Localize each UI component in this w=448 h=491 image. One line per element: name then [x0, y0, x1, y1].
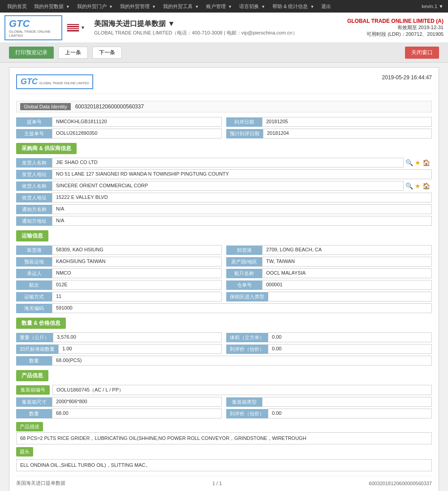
nav-foreign-data[interactable]: 我的外贸数据 ▼: [31, 1, 73, 12]
container-size-row: 集装箱尺寸 2000*806*800 集装箱类型: [16, 397, 432, 407]
nav-logout[interactable]: 退出: [319, 1, 334, 12]
head-label: 题头: [16, 447, 33, 457]
section-transport: 运输信息: [16, 230, 432, 241]
next-button-top[interactable]: 下一条: [92, 47, 122, 59]
product-qty-value: 68.00: [52, 409, 222, 418]
estimated-date-value: 20181204: [263, 129, 432, 138]
global-data-row: Global Data Identity 6003201812060000056…: [16, 101, 432, 112]
vessel-name-value: OOCL MALAYSIA: [262, 268, 432, 278]
notify-addr-row: 通知方地址 N/A: [16, 216, 432, 226]
std-box-row: 20尺标准箱数量 1.00 到岸价（估价） 0.00: [16, 344, 432, 354]
product-qty-label: 数量: [16, 409, 52, 418]
flag-selector[interactable]: ▼: [67, 24, 85, 32]
card-footer: 美国海关进口提单数据 1 / 1 60032018120600000560337: [16, 476, 432, 487]
nav-language[interactable]: 语言切换 ▼: [237, 1, 268, 12]
shipper-name-row: 发货人名称 JIE SHAO CO LTD 🔍 ★ 🏠: [16, 158, 432, 168]
transport-mode-value: 11: [52, 292, 222, 301]
transport-mode-label: 运输方式: [16, 292, 52, 301]
weight-value: 3,576.00: [53, 332, 222, 342]
voyage-row: 航次 012E 仓单号 000001: [16, 280, 432, 290]
carrier-row: 承运人 NMCO 船只名称 OOCL MALAYSIA: [16, 268, 432, 278]
main-content: GTC GLOBAL TRADE ONLINE LIMITED 2019-05-…: [0, 63, 448, 491]
shipper-addr-value: NO 51 LANE 127 SIANGNEI RD WANDA N TOWNS…: [52, 169, 432, 179]
product-price-value: 0.00: [268, 409, 432, 418]
nav-foreign-portal[interactable]: 我的外贸门户 ▼: [74, 1, 116, 12]
home-icon[interactable]: 🏠: [422, 159, 430, 166]
consignee-addr-value: 15222 E VALLEY BLVD: [52, 193, 432, 202]
product-desc-container: 产品描述 68 PCS=2 PLTS RICE GRIDER，LUBRICATI…: [16, 420, 432, 444]
notify-addr-label: 通知方地址: [16, 216, 52, 226]
arrival-price-cell: 到岸价（估价） 0.00: [226, 344, 432, 354]
quantity-label: 数量: [16, 356, 52, 366]
nav-foreign-mgmt[interactable]: 我的外贸管理 ▼: [117, 1, 159, 12]
volume-value: 0.00: [268, 332, 432, 342]
nav-account[interactable]: 账户管理 ▼: [203, 1, 235, 12]
card-logo: GTC GLOBAL TRADE ONLINE LIMITED: [16, 74, 93, 89]
nav-help[interactable]: 帮助 & 统计信息 ▼: [270, 1, 317, 12]
container-no-value: OOLU1860745（AC / L / PP）: [52, 385, 432, 395]
pre-transport-label: 预装运地: [16, 257, 52, 267]
head-container: 题头 ELL ONDINA OIL.,SHELL TURBO OIL)，SLIT…: [16, 444, 432, 471]
card-datetime: 2019-05-29 16:44:47: [382, 74, 432, 81]
flag-arrow: ▼: [81, 25, 85, 30]
master-bill-label: 主提单号: [16, 129, 52, 138]
bonded-zone-cell: 保税区进入类型: [226, 292, 432, 301]
nav-foreign-tools[interactable]: 我的外贸工具 ▼: [160, 1, 202, 12]
star-icon-2[interactable]: ★: [415, 182, 421, 190]
pre-transport-row: 预装运地 KAOHSIUNG TAIWAN 原产国/地区 TW, TAIWAN: [16, 257, 432, 267]
section-product: 产品信息: [16, 370, 432, 381]
nav-home[interactable]: 我的首页: [4, 1, 30, 12]
container-type-label: 集装箱类型: [226, 397, 262, 407]
page-title: 美国海关进口提单数据 ▼: [94, 19, 347, 29]
prev-button-top[interactable]: 上一条: [58, 47, 88, 59]
head-value: ELL ONDINA OIL.,SHELL TURBO OIL)，SLITTIN…: [16, 459, 432, 471]
master-bill-row: 主提单号 OOLU2612890350 预计到岸日期 20181204: [16, 129, 432, 138]
section-supplier: 采购商 & 供应商信息: [16, 143, 432, 154]
card-header: GTC GLOBAL TRADE ONLINE LIMITED 2019-05-…: [16, 74, 432, 94]
logo-sub: GLOBAL TRADE ONLINE LIMITED: [9, 30, 58, 38]
pre-transport-cell: 预装运地 KAOHSIUNG TAIWAN: [16, 257, 222, 267]
voyage-label: 航次: [16, 280, 52, 290]
search-icon-2[interactable]: 🔍: [405, 182, 413, 190]
container-size-cell: 集装箱尺寸 2000*806*800: [16, 397, 222, 407]
voyage-cell: 航次 012E: [16, 280, 222, 290]
ports-row: 装货港 58309, KAO HSIUNG 卸货港 2709, LONG BEA…: [16, 245, 432, 255]
product-price-label: 到岸价（估价）: [226, 409, 268, 418]
valid-until: 有效期至 2019-12-31: [347, 24, 444, 31]
master-bill-value: OOLU2612890350: [52, 129, 222, 138]
container-type-cell: 集装箱类型: [226, 397, 432, 407]
top-action-bar: 打印预览记录 上一条 下一条 关闭窗口: [0, 43, 448, 63]
consignee-name-icons: 🔍 ★ 🏠: [404, 182, 432, 190]
product-desc-value: 68 PCS=2 PLTS RICE GRIDER，LUBRICATING OI…: [16, 432, 432, 444]
carrier-label: 承运人: [16, 269, 52, 278]
section-product-label: 产品信息: [16, 370, 48, 381]
origin-value: TW, TAIWAN: [262, 257, 432, 267]
user-menu[interactable]: kevin.1 ▼: [422, 4, 444, 9]
std-box-cell: 20尺标准箱数量 1.00: [16, 344, 222, 354]
notify-addr-value: N/A: [52, 216, 432, 226]
section-quantity: 数量 & 价格信息: [16, 318, 432, 329]
warehouse-cell: 仓单号 000001: [226, 280, 432, 290]
header: GTC GLOBAL TRADE ONLINE LIMITED ▼ 美国海关进口…: [0, 13, 448, 43]
container-size-value: 2000*806*800: [52, 397, 222, 407]
notify-name-value: N/A: [52, 204, 432, 214]
star-icon[interactable]: ★: [415, 159, 421, 166]
notify-name-cell: 通知方名称 N/A: [16, 204, 432, 214]
loading-port-value: 58309, KAO HSIUNG: [52, 245, 222, 255]
logo-gtc: GTC: [9, 18, 30, 29]
container-no-row: 集装箱编号 OOLU1860745（AC / L / PP）: [16, 385, 432, 395]
customs-code-row: 海关编码 591000: [16, 303, 432, 313]
arrival-date-value: 20181205: [262, 117, 432, 127]
ldr-info: 可用时段 (LDR)：200712、201905: [347, 31, 444, 38]
close-button-top[interactable]: 关闭窗口: [405, 47, 439, 59]
unloading-port-cell: 卸货港 2709, LONG BEACH, CA: [226, 245, 432, 255]
print-button-top[interactable]: 打印预览记录: [9, 47, 54, 59]
vessel-name-label: 船只名称: [226, 269, 262, 278]
customs-code-label: 海关编码: [16, 304, 52, 313]
home-icon-2[interactable]: 🏠: [422, 182, 430, 190]
product-qty-row: 数量 68.00 到岸价（估价） 0.00: [16, 409, 432, 418]
section-transport-label: 运输信息: [16, 230, 48, 241]
transport-mode-row: 运输方式 11 保税区进入类型: [16, 292, 432, 301]
loading-port-label: 装货港: [16, 246, 52, 255]
search-icon[interactable]: 🔍: [405, 159, 413, 166]
